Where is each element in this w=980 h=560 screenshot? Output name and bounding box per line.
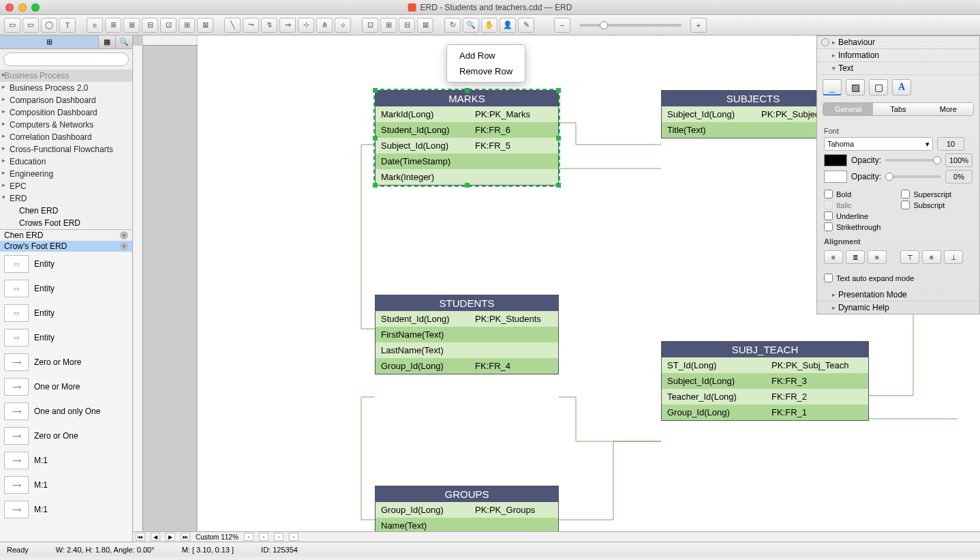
tree-item[interactable]: Computers & Networks <box>0 119 132 131</box>
pen-tool[interactable]: ✎ <box>518 18 534 33</box>
italic-checkbox[interactable]: Italic <box>824 201 881 209</box>
page-thumb[interactable]: ▫ <box>259 533 269 541</box>
stencil-item[interactable]: ▭Entity <box>0 301 132 325</box>
line-tool-4[interactable]: ⇝ <box>279 18 296 33</box>
group-tool-1[interactable]: ⊡ <box>362 18 378 33</box>
line-tool-2[interactable]: ⤳ <box>243 18 259 33</box>
canvas[interactable]: MARKS MarkId(Long)PK:PK_Marks Student_Id… <box>133 35 980 542</box>
bold-checkbox[interactable]: Bold <box>824 190 881 198</box>
font-size-field[interactable]: 10 <box>937 137 964 151</box>
minimize-window-button[interactable] <box>18 3 27 12</box>
line-tool-7[interactable]: ⟡ <box>335 18 351 33</box>
zoom-in[interactable]: + <box>690 18 707 33</box>
resize-handle[interactable] <box>556 183 561 188</box>
entity-marks[interactable]: MARKS MarkId(Long)PK:PK_Marks Student_Id… <box>375 90 559 186</box>
zoom-window-button[interactable] <box>31 3 40 12</box>
resize-handle[interactable] <box>556 88 561 93</box>
rect-tool[interactable]: ▭ <box>22 18 39 33</box>
bg-color-swatch[interactable] <box>824 171 847 183</box>
opacity-value-2[interactable]: 0% <box>945 170 973 183</box>
menu-item-add-row[interactable]: Add Row <box>447 48 525 63</box>
resize-handle[interactable] <box>373 183 378 188</box>
align-left[interactable]: ≡ <box>824 250 843 264</box>
search-tab[interactable]: 🔍 <box>116 35 133 48</box>
resize-handle[interactable] <box>465 88 470 93</box>
menu-item-remove-row[interactable]: Remove Row <box>447 63 525 79</box>
align-tool-4[interactable]: ⊟ <box>142 18 158 33</box>
section-information[interactable]: ▸Information <box>817 49 979 62</box>
stencil-item[interactable]: ⟶One and only One <box>0 399 132 424</box>
tab-more[interactable]: More <box>923 103 973 115</box>
font-family-select[interactable]: Tahoma▾ <box>824 137 933 151</box>
section-behaviour[interactable]: ▸Behaviour <box>817 36 979 49</box>
opacity-value-1[interactable]: 100% <box>945 153 973 167</box>
stencil-item[interactable]: ⟶M:1 <box>0 448 132 473</box>
auto-expand-checkbox[interactable]: Text auto expand mode <box>824 274 973 282</box>
text-bg-tool[interactable]: ▢ <box>869 79 888 95</box>
valign-bot[interactable]: ⊥ <box>944 250 963 264</box>
open-doc[interactable]: Chen ERD × <box>0 230 132 241</box>
user-tool[interactable]: 👤 <box>500 18 516 33</box>
library-tab[interactable]: ⊞ <box>0 35 99 48</box>
tree-subitem[interactable]: Crows Foot ERD <box>0 217 132 229</box>
section-presentation[interactable]: ▸Presentation Mode <box>817 289 979 301</box>
text-underline-tool[interactable]: ⎯ <box>823 79 842 95</box>
pointer-tool[interactable]: ▭ <box>4 18 20 33</box>
tree-item[interactable]: Engineering <box>0 168 132 180</box>
group-tool-3[interactable]: ⊟ <box>399 18 415 33</box>
underline-checkbox[interactable]: Underline <box>824 211 881 220</box>
open-doc[interactable]: Crow's Foot ERD × <box>0 241 132 252</box>
zoom-out[interactable]: − <box>554 18 570 33</box>
tab-general[interactable]: General <box>823 103 873 115</box>
stencil-item[interactable]: ⟶Zero or One <box>0 424 132 448</box>
opacity-slider-1[interactable] <box>885 159 941 162</box>
stencil-item[interactable]: ⟶Zero or More <box>0 350 132 374</box>
library-search-input[interactable] <box>3 53 129 66</box>
line-tool-5[interactable]: ⊹ <box>298 18 314 33</box>
tree-item[interactable]: Composition Dashboard <box>0 106 132 119</box>
tree-item[interactable]: Cross-Functional Flowcharts <box>0 143 132 156</box>
group-tool-2[interactable]: ⊞ <box>380 18 397 33</box>
align-center[interactable]: ≣ <box>846 250 865 264</box>
page-prev[interactable]: ◀ <box>151 533 160 541</box>
tree-item[interactable]: EPC <box>0 180 132 192</box>
align-tool-1[interactable]: ≡ <box>87 18 103 33</box>
tree-item[interactable]: Education <box>0 156 132 168</box>
subscript-checkbox[interactable]: Subscript <box>901 201 951 209</box>
zoom-slider[interactable] <box>579 24 682 27</box>
line-tool-3[interactable]: ↯ <box>261 18 277 33</box>
resize-handle[interactable] <box>373 136 378 141</box>
entity-students[interactable]: STUDENTS Student_Id(Long)PK:PK_Students … <box>375 295 559 374</box>
opacity-slider-2[interactable] <box>885 175 941 178</box>
resize-handle[interactable] <box>465 183 470 188</box>
page-thumb[interactable]: ▫ <box>289 533 298 541</box>
stencil-item[interactable]: ⟶M:1 <box>0 497 132 522</box>
align-tool-6[interactable]: ⊞ <box>179 18 195 33</box>
tree-item[interactable]: Business Process <box>0 70 132 82</box>
page-next[interactable]: ▶ <box>166 533 175 541</box>
grid-view-tab[interactable]: ▦ <box>99 35 116 48</box>
magnify-tool[interactable]: 🔍 <box>463 18 479 33</box>
align-tool-7[interactable]: ⊠ <box>197 18 213 33</box>
stencil-item[interactable]: ⟶M:1 <box>0 473 132 497</box>
resize-handle[interactable] <box>373 88 378 93</box>
section-help[interactable]: ▸Dynamic Help <box>817 301 979 314</box>
text-color-swatch[interactable] <box>824 154 847 166</box>
align-right[interactable]: ≡ <box>868 250 887 264</box>
entity-groups[interactable]: GROUPS Group_Id(Long)PK:PK_Groups Name(T… <box>375 486 559 534</box>
line-tool-6[interactable]: ⋔ <box>316 18 333 33</box>
refresh-tool[interactable]: ↻ <box>444 18 461 33</box>
tree-subitem[interactable]: Chen ERD <box>0 205 132 217</box>
superscript-checkbox[interactable]: Superscript <box>901 190 951 198</box>
page-last[interactable]: ⏭ <box>181 533 190 541</box>
close-window-button[interactable] <box>5 3 14 12</box>
tree-item[interactable]: Correlation Dashboard <box>0 131 132 143</box>
page-thumb[interactable]: ▫ <box>274 533 284 541</box>
text-highlight-tool[interactable]: ▨ <box>846 79 865 95</box>
tree-item[interactable]: Comparison Dashboard <box>0 94 132 106</box>
text-tool[interactable]: T <box>59 18 76 33</box>
section-text[interactable]: ▾Text <box>817 62 979 75</box>
stencil-item[interactable]: ▭Entity <box>0 325 132 350</box>
valign-mid[interactable]: ≡ <box>922 250 941 264</box>
text-font-tool[interactable]: A <box>892 79 911 95</box>
